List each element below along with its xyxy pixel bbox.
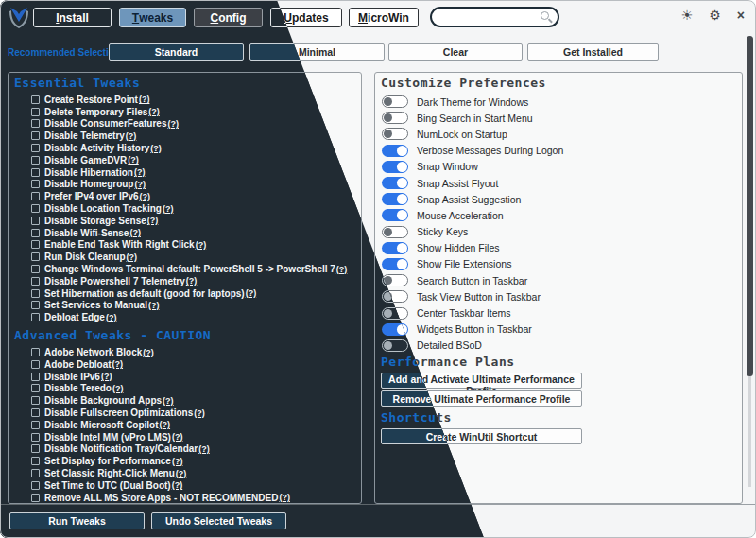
- tweak-checkbox[interactable]: [31, 265, 40, 273]
- tweak-checkbox[interactable]: [31, 277, 40, 286]
- toggle-switch[interactable]: [382, 128, 408, 140]
- tab-tweaks[interactable]: Tweaks: [119, 8, 186, 27]
- help-link[interactable]: (?): [139, 95, 150, 104]
- tweak-item-row: Disable Notification Tray/Calendar (?): [9, 443, 361, 456]
- tweak-checkbox[interactable]: [31, 144, 40, 152]
- undo-selected-tweaks-button[interactable]: Undo Selected Tweaks: [151, 512, 286, 529]
- settings-gear-icon[interactable]: ⚙: [709, 5, 721, 26]
- tweak-checkbox[interactable]: [31, 313, 40, 321]
- help-link[interactable]: (?): [106, 313, 117, 322]
- toggle-switch[interactable]: [382, 339, 408, 352]
- tweak-checkbox[interactable]: [31, 469, 40, 477]
- tweak-checkbox[interactable]: [31, 433, 40, 442]
- tweak-checkbox[interactable]: [31, 384, 40, 392]
- tweak-checkbox[interactable]: [31, 457, 40, 465]
- theme-toggle-icon[interactable]: ☀: [681, 5, 694, 26]
- toggle-switch[interactable]: [382, 95, 408, 108]
- help-link[interactable]: (?): [134, 180, 146, 189]
- help-link[interactable]: (?): [112, 384, 124, 393]
- help-link[interactable]: (?): [134, 167, 146, 177]
- help-link[interactable]: (?): [160, 420, 171, 429]
- help-link[interactable]: (?): [168, 119, 180, 129]
- tweak-checkbox[interactable]: [31, 229, 40, 237]
- tweak-checkbox[interactable]: [31, 180, 40, 188]
- tweak-label: Disable Activity History: [44, 143, 149, 153]
- help-link[interactable]: (?): [128, 155, 139, 165]
- tweak-checkbox[interactable]: [31, 301, 40, 309]
- toggle-switch[interactable]: [382, 112, 408, 124]
- close-icon[interactable]: ×: [737, 5, 745, 26]
- tweak-checkbox[interactable]: [31, 156, 40, 165]
- preference-row: Show Hidden Files: [375, 240, 742, 256]
- run-tweaks-button[interactable]: Run Tweaks: [9, 512, 145, 529]
- tweak-item-row: Prefer IPv4 over IPv6 (?): [9, 190, 361, 202]
- help-link[interactable]: (?): [198, 444, 210, 454]
- tab-install[interactable]: Install: [33, 8, 112, 27]
- help-link[interactable]: (?): [150, 144, 162, 153]
- tweak-checkbox[interactable]: [31, 119, 40, 128]
- tweak-checkbox[interactable]: [31, 240, 40, 249]
- help-link[interactable]: (?): [129, 228, 141, 237]
- tweak-checkbox[interactable]: [31, 348, 40, 356]
- help-link[interactable]: (?): [143, 348, 154, 357]
- tweak-checkbox[interactable]: [31, 421, 40, 429]
- help-link[interactable]: (?): [140, 192, 151, 201]
- tweak-checkbox[interactable]: [31, 204, 40, 213]
- preference-row: Dark Theme for Windows: [375, 94, 742, 110]
- help-link[interactable]: (?): [172, 480, 183, 490]
- tweak-checkbox[interactable]: [31, 360, 40, 369]
- help-link[interactable]: (?): [196, 240, 207, 250]
- toggle-switch[interactable]: [382, 145, 408, 157]
- tweak-checkbox[interactable]: [31, 252, 40, 261]
- tweak-checkbox[interactable]: [31, 217, 40, 225]
- help-link[interactable]: (?): [279, 493, 290, 502]
- help-link[interactable]: (?): [163, 204, 174, 214]
- tweak-checkbox[interactable]: [31, 481, 40, 490]
- help-link[interactable]: (?): [126, 131, 137, 141]
- toggle-switch[interactable]: [382, 242, 408, 254]
- toggle-switch[interactable]: [382, 258, 408, 270]
- help-link[interactable]: (?): [148, 107, 160, 116]
- tab-config[interactable]: Config: [194, 8, 263, 27]
- toggle-switch[interactable]: [382, 161, 408, 173]
- toggle-switch[interactable]: [382, 209, 408, 221]
- toggle-switch[interactable]: [382, 193, 408, 205]
- tweak-checkbox[interactable]: [31, 396, 40, 405]
- tweak-checkbox[interactable]: [31, 192, 40, 200]
- tweak-checkbox[interactable]: [31, 444, 40, 453]
- tweak-checkbox[interactable]: [31, 108, 40, 116]
- advanced-tweaks-list: Adobe Network Block (?) Adobe Debloat (?…: [9, 346, 361, 503]
- help-link[interactable]: (?): [186, 276, 198, 286]
- help-link[interactable]: (?): [101, 372, 112, 381]
- help-link[interactable]: (?): [246, 288, 257, 298]
- tweak-checkbox[interactable]: [31, 373, 40, 381]
- help-link[interactable]: (?): [112, 359, 124, 369]
- help-link[interactable]: (?): [163, 396, 174, 406]
- help-link[interactable]: (?): [194, 408, 205, 418]
- help-link[interactable]: (?): [172, 457, 183, 466]
- tweak-checkbox[interactable]: [31, 168, 40, 177]
- toggle-switch[interactable]: [382, 226, 408, 238]
- tweak-item-row: Remove ALL MS Store Apps - NOT RECOMMEND…: [9, 492, 361, 504]
- tweak-checkbox[interactable]: [31, 289, 40, 298]
- preset-standard-button[interactable]: Standard: [109, 43, 244, 61]
- tweak-checkbox[interactable]: [31, 95, 40, 104]
- tab-microwin[interactable]: MicroWin: [349, 8, 419, 27]
- tweak-item-row: Disable Intel MM (vPro LMS) (?): [9, 431, 361, 443]
- help-link[interactable]: (?): [336, 265, 348, 274]
- toggle-switch[interactable]: [382, 177, 408, 189]
- help-link[interactable]: (?): [127, 252, 138, 262]
- help-link[interactable]: (?): [172, 432, 183, 442]
- tweak-label: Disable Powershell 7 Telemetry: [44, 276, 185, 286]
- help-link[interactable]: (?): [148, 301, 160, 310]
- preset-get-installed-button[interactable]: Get Installed: [527, 43, 659, 61]
- preset-clear-button[interactable]: Clear: [388, 43, 523, 61]
- scrollbar-thumb[interactable]: [747, 36, 753, 376]
- tweak-checkbox[interactable]: [31, 408, 40, 417]
- titlebar-icons: ☀ ⚙ ×: [681, 5, 745, 26]
- help-link[interactable]: (?): [176, 469, 187, 478]
- help-link[interactable]: (?): [147, 216, 159, 225]
- preference-row: Widgets Button in Taskbar: [375, 321, 742, 338]
- tweak-checkbox[interactable]: [31, 494, 40, 502]
- tweak-checkbox[interactable]: [31, 131, 40, 140]
